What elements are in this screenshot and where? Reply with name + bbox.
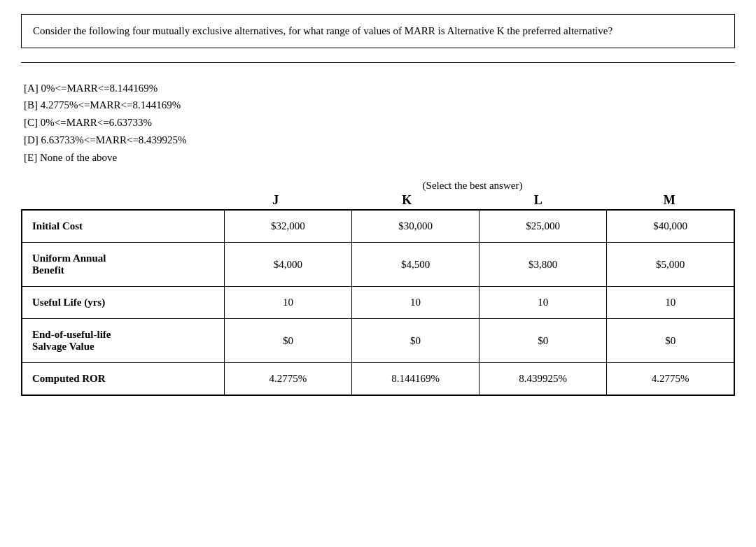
col-header-k: K	[342, 193, 473, 208]
option-d: [D] 6.63733%<=MARR<=8.439925%	[24, 132, 735, 149]
divider	[21, 62, 735, 63]
ror-k: 8.144169%	[351, 363, 479, 396]
option-e: [E] None of the above	[24, 149, 735, 166]
row-label-useful-life: Useful Life (yrs)	[22, 287, 224, 319]
useful-life-k: 10	[351, 287, 479, 319]
row-label-uniform-annual-benefit: Uniform Annual Benefit	[22, 243, 224, 287]
options-section: [A] 0%<=MARR<=8.144169% [B] 4.2775%<=MAR…	[21, 80, 735, 166]
col-header-j: J	[210, 193, 342, 208]
option-c: [C] 0%<=MARR<=6.63733%	[24, 114, 735, 132]
ror-j: 4.2775%	[224, 363, 351, 396]
useful-life-j: 10	[224, 287, 351, 319]
salvage-k: $0	[351, 319, 479, 363]
col-header-m: M	[604, 193, 736, 208]
table-header-area: (Select the best answer) J K L M	[21, 180, 735, 208]
initial-cost-j: $32,000	[224, 210, 351, 243]
initial-cost-k: $30,000	[351, 210, 479, 243]
table-row: Initial Cost $32,000 $30,000 $25,000 $40…	[22, 210, 734, 243]
row-label-computed-ror: Computed ROR	[22, 363, 224, 396]
option-a: [A] 0%<=MARR<=8.144169%	[24, 80, 735, 97]
salvage-j: $0	[224, 319, 351, 363]
initial-cost-l: $25,000	[479, 210, 607, 243]
initial-cost-m: $40,000	[607, 210, 734, 243]
table-row: End-of-useful-life Salvage Value $0 $0 $…	[22, 319, 734, 363]
row-label-initial-cost: Initial Cost	[22, 210, 224, 243]
uniform-benefit-j: $4,000	[224, 243, 351, 287]
table-row: Useful Life (yrs) 10 10 10 10	[22, 287, 734, 319]
column-headers-row: J K L M	[210, 193, 735, 208]
uniform-benefit-m: $5,000	[607, 243, 734, 287]
useful-life-l: 10	[479, 287, 607, 319]
data-table: Initial Cost $32,000 $30,000 $25,000 $40…	[21, 209, 735, 396]
table-row: Uniform Annual Benefit $4,000 $4,500 $3,…	[22, 243, 734, 287]
ror-l: 8.439925%	[479, 363, 607, 396]
ror-m: 4.2775%	[607, 363, 734, 396]
row-label-salvage-value: End-of-useful-life Salvage Value	[22, 319, 224, 363]
question-box: Consider the following four mutually exc…	[21, 14, 735, 48]
data-table-wrapper: Initial Cost $32,000 $30,000 $25,000 $40…	[21, 209, 735, 396]
useful-life-m: 10	[607, 287, 734, 319]
select-hint: (Select the best answer)	[210, 180, 735, 192]
uniform-benefit-l: $3,800	[479, 243, 607, 287]
salvage-m: $0	[607, 319, 734, 363]
salvage-l: $0	[479, 319, 607, 363]
option-b: [B] 4.2775%<=MARR<=8.144169%	[24, 97, 735, 114]
col-header-l: L	[472, 193, 604, 208]
table-row: Computed ROR 4.2775% 8.144169% 8.439925%…	[22, 363, 734, 396]
uniform-benefit-k: $4,500	[351, 243, 479, 287]
question-text: Consider the following four mutually exc…	[33, 23, 723, 39]
